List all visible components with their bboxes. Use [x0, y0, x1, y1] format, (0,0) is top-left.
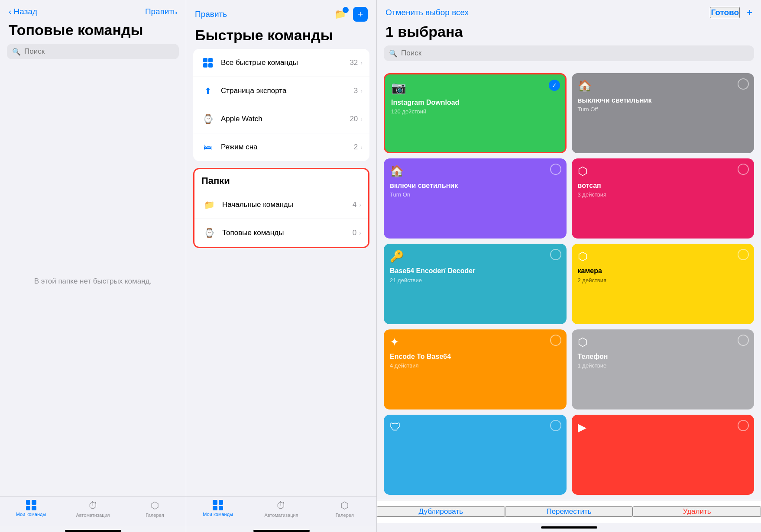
base64-check[interactable] [550, 249, 561, 260]
shortcut-card-youtube[interactable]: ▶ [572, 415, 755, 495]
light-off-check[interactable] [738, 78, 749, 90]
encode-check[interactable] [550, 335, 561, 346]
encode-title: Encode To Base64 [390, 352, 560, 361]
shortcut-card-instagram[interactable]: 📷 ✓ Instagram Download 120 действий [384, 73, 567, 153]
tab-my-commands-middle[interactable]: Мои команды [186, 500, 249, 518]
search-icon-right: 🔍 [389, 49, 398, 58]
move-button[interactable]: Переместить [505, 506, 633, 517]
sleep-label: Режим сна [221, 143, 354, 152]
all-commands-label: Все быстрые команды [221, 58, 350, 67]
tab-automation-label-left: Автоматизация [76, 513, 110, 518]
tab-my-commands-label-left: Мои команды [16, 512, 46, 517]
grid-icon-middle [213, 500, 223, 510]
watch-icon: ⌚ [200, 111, 216, 127]
right-search-bar[interactable]: 🔍 [384, 45, 754, 61]
all-commands-chevron: › [360, 59, 363, 66]
list-item-apple-watch[interactable]: ⌚ Apple Watch 20 › [193, 105, 369, 133]
list-item-all-commands[interactable]: Все быстрые команды 32 › [193, 49, 369, 77]
vpn-icon: 🛡 [390, 421, 560, 434]
list-item-sleep[interactable]: 🛏 Режим сна 2 › [193, 133, 369, 161]
add-button-right[interactable]: + [747, 7, 752, 18]
tab-my-commands-label-middle: Мои команды [203, 512, 233, 517]
light-on-check[interactable] [550, 164, 561, 175]
middle-header: Править 📁 · + [186, 0, 376, 25]
export-icon: ⬆ [200, 83, 216, 99]
initial-commands-label: Начальные команды [222, 200, 353, 209]
left-page-title: Топовые команды [0, 20, 186, 44]
folder-button[interactable]: 📁 · [334, 9, 346, 20]
right-panel: Отменить выбор всех Готово + 1 выбрана 🔍… [377, 0, 761, 532]
camera-subtitle: 2 действия [578, 277, 748, 284]
right-header-right: Готово + [710, 7, 752, 18]
light-on-subtitle: Turn On [390, 191, 560, 198]
add-button-middle[interactable]: + [353, 7, 368, 22]
sleep-chevron: › [360, 144, 363, 151]
whatsapp-check[interactable] [738, 164, 749, 175]
gallery-icon-left: ⬡ [151, 500, 159, 511]
shortcut-card-camera[interactable]: ⬡ камера 2 действия [572, 244, 755, 324]
youtube-check[interactable] [738, 420, 749, 431]
shortcut-card-phone[interactable]: ⬡ Телефон 1 действие [572, 329, 755, 409]
tab-automation-middle[interactable]: ⏱ Автоматизация [249, 500, 313, 518]
all-commands-icon [200, 55, 216, 71]
watch-label: Apple Watch [221, 115, 350, 123]
whatsapp-subtitle: 3 действия [578, 191, 748, 198]
folder-item-initial[interactable]: 📁 Начальные команды 4 › [194, 191, 368, 219]
search-icon: 🔍 [12, 48, 21, 56]
shortcut-card-whatsapp[interactable]: ⬡ вотсап 3 действия [572, 158, 755, 239]
tab-gallery-label-middle: Галерея [336, 513, 354, 518]
phone-check[interactable] [738, 335, 749, 346]
instagram-title: Instagram Download [391, 98, 559, 106]
tab-gallery-left[interactable]: ⬡ Галерея [124, 500, 186, 518]
shortcut-card-vpn[interactable]: 🛡 [384, 415, 567, 495]
encode-icon: ✦ [390, 335, 560, 349]
selected-title: 1 выбрана [377, 22, 761, 45]
edit-button-left[interactable]: Править [145, 7, 177, 16]
base64-title: Base64 Encoder/ Decoder [390, 267, 560, 275]
light-on-icon: 🏠 [390, 164, 560, 178]
export-label: Страница экспорта [221, 87, 354, 95]
vpn-check[interactable] [550, 420, 561, 431]
gallery-icon-middle: ⬡ [340, 500, 349, 511]
cancel-select-button[interactable]: Отменить выбор всех [385, 8, 469, 17]
top-commands-chevron: › [359, 229, 361, 236]
grid-icon-left [26, 500, 36, 510]
watch-chevron: › [360, 116, 363, 123]
right-action-bar: Дублировать Переместить Удалить [377, 500, 761, 523]
shortcut-card-base64[interactable]: 🔑 Base64 Encoder/ Decoder 21 действие [384, 244, 567, 324]
shortcuts-grid: 📷 ✓ Instagram Download 120 действий 🏠 вы… [377, 68, 761, 500]
sleep-count: 2 [354, 143, 358, 152]
middle-page-title: Быстрые команды [186, 25, 376, 49]
middle-panel: Править 📁 · + Быстрые команды Все быстры… [186, 0, 377, 532]
list-item-export[interactable]: ⬆ Страница экспорта 3 › [193, 77, 369, 105]
edit-button-middle[interactable]: Править [195, 10, 227, 19]
shortcut-card-light-on[interactable]: 🏠 включи светильник Turn On [384, 158, 567, 239]
phone-icon: ⬡ [578, 335, 748, 349]
instagram-check[interactable]: ✓ [549, 80, 560, 91]
phone-subtitle: 1 действие [578, 362, 748, 369]
left-search-bar[interactable]: 🔍 [7, 44, 179, 59]
phone-title: Телефон [578, 352, 748, 361]
folders-title: Папки [194, 169, 368, 191]
tab-automation-left[interactable]: ⏱ Автоматизация [62, 500, 124, 518]
camera-icon: ⬡ [578, 250, 748, 263]
tab-my-commands-left[interactable]: Мои команды [0, 500, 62, 518]
middle-header-right: 📁 · + [334, 7, 368, 22]
whatsapp-title: вотсап [578, 181, 748, 190]
right-search-input[interactable] [401, 49, 749, 58]
tab-gallery-middle[interactable]: ⬡ Галерея [313, 500, 376, 518]
back-button[interactable]: ‹ Назад [9, 7, 37, 16]
delete-button[interactable]: Удалить [633, 506, 761, 517]
shortcut-card-encode[interactable]: ✦ Encode To Base64 4 действия [384, 329, 567, 409]
done-button[interactable]: Готово [710, 7, 740, 18]
folder-item-top[interactable]: ⌚ Топовые команды 0 › [194, 219, 368, 247]
initial-commands-count: 4 [353, 200, 356, 209]
top-commands-label: Топовые команды [222, 229, 353, 237]
whatsapp-icon: ⬡ [578, 164, 748, 178]
duplicate-button[interactable]: Дублировать [377, 506, 505, 517]
left-search-input[interactable] [24, 47, 174, 56]
left-tab-bar: Мои команды ⏱ Автоматизация ⬡ Галерея [0, 496, 186, 526]
all-commands-count: 32 [350, 58, 358, 67]
shortcut-card-light-off[interactable]: 🏠 выключи светильник Turn Off [572, 73, 755, 153]
left-tab-indicator [65, 530, 121, 532]
